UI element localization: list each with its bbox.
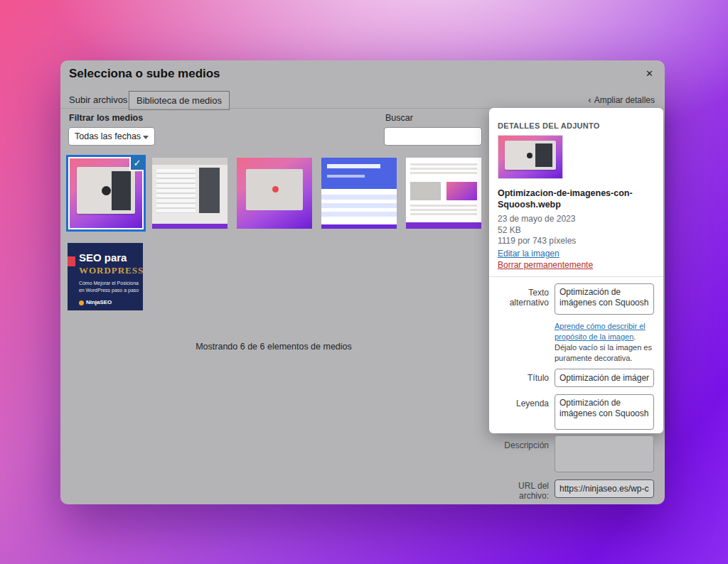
file-url-input[interactable] bbox=[555, 479, 654, 498]
media-modal: Selecciona o sube medios ✕ Subir archivo… bbox=[60, 60, 665, 504]
chevron-down-icon bbox=[143, 136, 149, 139]
tab-media-library[interactable]: Biblioteca de medios bbox=[129, 91, 230, 110]
close-icon[interactable]: ✕ bbox=[646, 68, 653, 79]
caption-label: Leyenda bbox=[495, 398, 549, 408]
title-label: Título bbox=[495, 373, 549, 383]
tab-upload-files[interactable]: Subir archivos bbox=[69, 94, 127, 105]
media-item[interactable] bbox=[237, 158, 312, 229]
brand-logo-icon bbox=[79, 300, 84, 305]
divider bbox=[489, 276, 663, 277]
description-label: Descripción bbox=[487, 440, 549, 450]
edit-image-link[interactable]: Editar la imagen bbox=[498, 249, 560, 259]
attachment-preview-image bbox=[498, 135, 563, 179]
media-count-status: Mostrando 6 de 6 elementos de medios bbox=[132, 342, 416, 352]
date-filter-value: Todas las fechas bbox=[75, 131, 141, 141]
media-item[interactable] bbox=[406, 158, 481, 229]
ribbon-icon bbox=[68, 256, 75, 266]
alt-text-field[interactable]: Optimización de imágenes con Squoosh bbox=[555, 283, 654, 315]
caption-field[interactable]: Optimización de imágenes con Squoosh bbox=[555, 394, 654, 430]
filter-label: Filtrar los medios bbox=[69, 113, 143, 123]
search-label: Buscar bbox=[385, 113, 413, 123]
media-item-selected[interactable]: ✓ bbox=[66, 155, 146, 232]
media-item[interactable] bbox=[152, 158, 228, 229]
attachment-details-panel: DETALLES DEL ADJUNTO Optimizacion-de-ima… bbox=[489, 108, 663, 433]
thumbnail-dot bbox=[102, 186, 111, 195]
seo-cover-title: SEO para bbox=[79, 251, 127, 264]
seo-cover-brand: NinjaSEO bbox=[79, 299, 112, 305]
chevron-left-icon: ‹ bbox=[588, 94, 591, 105]
alt-text-label: Texto alternativo bbox=[495, 288, 549, 308]
seo-cover-line1: Cómo Mejorar el Posiciona bbox=[79, 281, 139, 286]
thumbnail-panel bbox=[112, 171, 131, 210]
attachment-date: 23 de mayo de 2023 bbox=[498, 214, 576, 225]
attachment-details-heading: DETALLES DEL ADJUNTO bbox=[498, 121, 600, 130]
date-filter-dropdown[interactable]: Todas las fechas bbox=[68, 127, 155, 146]
attachment-filename: Optimizacion-de-imagenes-con-Squoosh.web… bbox=[498, 188, 654, 211]
media-item[interactable] bbox=[321, 158, 397, 229]
attachment-meta: 23 de mayo de 2023 52 KB 1119 por 743 pí… bbox=[498, 214, 576, 247]
alt-text-help: Aprende cómo describir el propósito de l… bbox=[555, 321, 660, 364]
media-item-seo-cover[interactable]: SEO para WordPress Cómo Mejorar el Posic… bbox=[68, 243, 143, 310]
search-input[interactable] bbox=[384, 127, 482, 146]
check-icon: ✓ bbox=[129, 157, 144, 171]
delete-permanently-link[interactable]: Borrar permanentemente bbox=[498, 260, 593, 270]
modal-title: Selecciona o sube medios bbox=[69, 67, 220, 81]
title-input[interactable] bbox=[555, 369, 654, 387]
seo-cover-line2: en WordPress paso a paso bbox=[79, 288, 139, 293]
description-field[interactable] bbox=[555, 435, 654, 472]
expand-details-label: Ampliar detalles bbox=[594, 95, 655, 105]
alt-help-link[interactable]: Aprende cómo describir el propósito de l… bbox=[555, 322, 646, 341]
file-url-label: URL del archivo: bbox=[512, 481, 549, 501]
attachment-filesize: 52 KB bbox=[498, 225, 576, 237]
expand-details-button[interactable]: ‹Ampliar detalles bbox=[588, 94, 655, 105]
seo-cover-subtitle: WordPress bbox=[79, 265, 143, 276]
attachment-dimensions: 1119 por 743 píxeles bbox=[498, 236, 576, 247]
